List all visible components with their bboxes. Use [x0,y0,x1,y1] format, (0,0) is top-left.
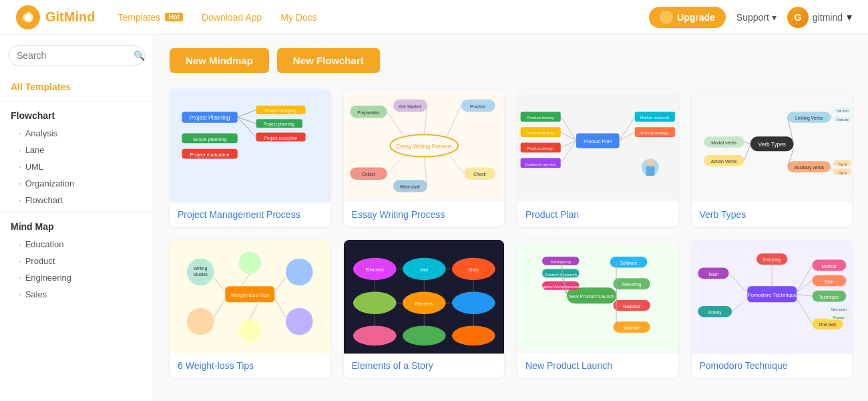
svg-text:One task: One task [819,322,837,327]
sidebar-item-product[interactable]: Product [0,253,153,269]
template-card-verb-types[interactable]: Verb Types Linking Verbs Auxiliary verbs… [692,89,853,227]
svg-rect-62 [646,166,654,176]
svg-point-120 [451,325,495,346]
svg-text:Modal verbs: Modal verbs [711,140,736,145]
search-box[interactable]: 🔍 [8,45,145,65]
svg-text:Weight-loss Tips: Weight-loss Tips [230,292,269,298]
sidebar-item-education[interactable]: Education [0,236,153,253]
svg-text:Practice: Practice [470,104,486,109]
template-label: New Product Launch [517,354,678,378]
svg-text:Action Verbs: Action Verbs [710,159,736,164]
nav-templates[interactable]: Templates Hot [111,8,189,27]
svg-text:Preparation: Preparation [357,110,380,116]
template-card-new-product-launch[interactable]: New Product Launch Software Marketing Gr… [517,240,678,378]
svg-text:Product design: Product design [527,146,554,150]
template-thumb: New Product Launch Software Marketing Gr… [517,240,678,354]
svg-text:The fil: The fil [838,172,847,175]
template-card-product-plan[interactable]: Product Plan Product testing Product qua… [517,89,678,227]
search-input[interactable] [17,50,134,61]
svg-text:Technique: Technique [819,295,839,300]
svg-text:Writing: Writing [194,266,207,271]
template-thumb: Elements dazi Story Elements [344,240,505,354]
divider-1 [0,102,153,102]
logo-text: GitMind [45,9,95,25]
svg-point-114 [353,292,396,314]
template-thumb: Project Planning Project mapping Project… [170,89,331,203]
sidebar-item-all-templates[interactable]: All Templates [0,76,153,98]
template-label: Pomodoro Technique [692,354,853,378]
divider-2 [0,213,153,213]
svg-text:Website: Website [624,325,640,330]
user-name: gitmind [813,12,843,23]
support-menu[interactable]: Support ▾ [736,12,777,23]
sidebar-item-engineering[interactable]: Engineering [0,269,153,286]
svg-text:Marketing: Marketing [622,282,642,287]
svg-text:Scope planning: Scope planning [193,136,227,142]
avatar: G [787,7,809,28]
template-grid: Project Planning Project mapping Project… [170,89,852,378]
action-buttons: New Mindmap New Flowchart [170,48,852,73]
sidebar-item-uml[interactable]: UML [0,158,153,175]
svg-text:Software: Software [620,261,638,265]
svg-text:Activity: Activity [707,310,721,315]
nav-download[interactable]: Download App [195,8,268,27]
template-label: 6 Weight-loss Tips [170,354,331,378]
svg-point-118 [353,325,396,346]
svg-text:Project mapping: Project mapping [265,108,296,114]
svg-text:Process: Process [833,316,844,319]
svg-text:The form: The form [836,110,849,113]
template-card-project-management[interactable]: Project Planning Project mapping Project… [170,89,331,227]
svg-text:Product Plan: Product Plan [584,138,612,144]
nav-mydocs[interactable]: My Docs [274,8,323,27]
svg-text:Elements: Elements [365,267,383,272]
svg-text:Verbs de: Verbs de [836,118,849,122]
template-thumb: Product Plan Product testing Product qua… [517,89,678,203]
search-icon: 🔍 [134,50,145,61]
svg-text:Task: Task [824,279,833,284]
svg-text:Auxiliary verbs: Auxiliary verbs [794,165,825,170]
svg-rect-2 [170,93,331,198]
template-label: Project Management Process [170,203,331,227]
sidebar-item-organization[interactable]: Organization [0,175,153,192]
svg-text:Check: Check [473,172,486,176]
user-menu[interactable]: G gitmind ▾ [787,7,852,28]
svg-text:Project Planning: Project Planning [190,114,230,121]
template-card-weight-loss[interactable]: Weight-loss Tips Writing Studies [170,240,331,378]
svg-text:Customer service: Customer service [525,162,556,166]
nav-links: Templates Hot Download App My Docs [111,8,649,27]
template-card-pomodoro[interactable]: Pomodoro Technique Team Activity Method … [692,240,853,378]
chevron-down-icon: ▾ [772,12,777,23]
logo-icon [16,5,40,29]
sidebar-item-lane[interactable]: Lane [0,142,153,158]
logo[interactable]: GitMind [16,5,95,29]
upgrade-button[interactable]: ⚡ Upgrade [649,7,726,28]
svg-point-117 [451,292,495,314]
svg-text:Product quality: Product quality [527,131,554,135]
svg-point-61 [646,158,654,166]
layout: 🔍 All Templates Flowchart Analysis Lane … [0,35,868,401]
template-thumb: Pomodoro Technique Team Activity Method … [692,240,853,354]
svg-text:Linking Verbs: Linking Verbs [795,116,823,121]
svg-text:dazi: dazi [420,267,428,272]
sidebar-item-analysis[interactable]: Analysis [0,125,153,142]
template-label: Essay Writing Process [344,203,505,227]
svg-text:Project execution: Project execution [264,136,298,141]
sidebar-item-sales[interactable]: Sales [0,286,153,303]
template-label: Verb Types [692,203,853,227]
sidebar-item-flowchart[interactable]: Flowchart [0,106,153,125]
new-mindmap-button[interactable]: New Mindmap [170,48,269,73]
svg-point-100 [239,319,261,342]
template-card-elements-story[interactable]: Elements dazi Story Elements [344,240,505,378]
main-content: New Mindmap New Flowchart Project Planni… [154,35,868,401]
svg-point-96 [187,308,214,336]
template-card-essay-writing[interactable]: Essay Writing Process Preparation Practi… [344,89,505,227]
sidebar-item-mindmap[interactable]: Mind Map [0,217,153,236]
new-flowchart-button[interactable]: New Flowchart [277,48,380,73]
sidebar-item-flowchart2[interactable]: Flowchart [0,192,153,209]
svg-text:Pricing strategy: Pricing strategy [641,131,668,135]
svg-point-1 [25,14,31,20]
svg-text:Graphics: Graphics [623,304,640,309]
svg-point-97 [239,251,261,273]
template-label: Elements of a Story [344,354,505,378]
template-thumb: Weight-loss Tips Writing Studies [170,240,331,354]
